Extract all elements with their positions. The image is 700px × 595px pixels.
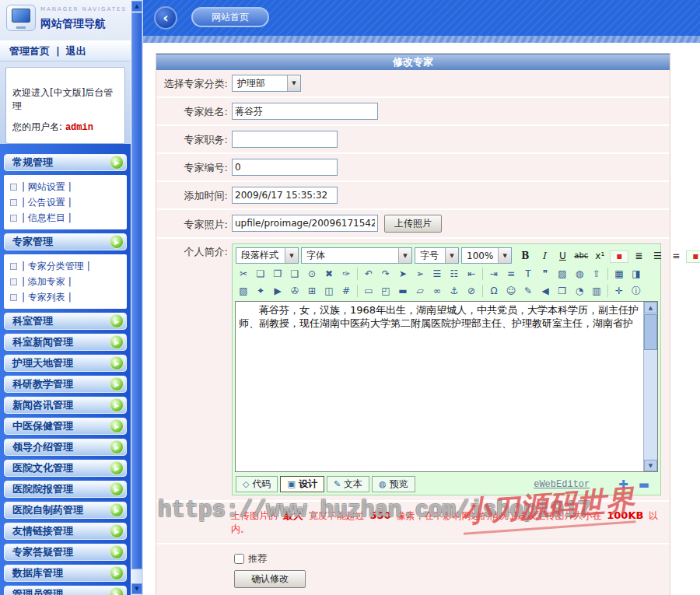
- snapshot-icon[interactable]: ◨: [628, 267, 644, 281]
- scrollbar-thumb[interactable]: [644, 314, 657, 350]
- highlight-color-button[interactable]: ▪: [686, 250, 700, 263]
- unlink-icon[interactable]: ⊘: [464, 284, 479, 298]
- sidebar-group[interactable]: 医院自制药管理▶: [4, 502, 127, 519]
- expert-category-select[interactable]: 护理部 ▼: [232, 75, 301, 92]
- italic-button[interactable]: I: [535, 249, 552, 263]
- expert-position-input[interactable]: [232, 131, 338, 148]
- sidebar-group[interactable]: 医院院报管理▶: [4, 481, 127, 498]
- link-icon[interactable]: ∞: [429, 284, 445, 298]
- redo-icon[interactable]: ↷: [378, 267, 394, 281]
- sidebar-group[interactable]: 数据库管理▶: [4, 565, 127, 582]
- scroll-up-icon[interactable]: ▲: [131, 1, 142, 12]
- superscript-button[interactable]: x¹: [591, 249, 608, 263]
- submit-button[interactable]: 确认修改: [234, 570, 306, 588]
- sidebar-item[interactable]: | 公告设置 |: [10, 194, 127, 210]
- sidebar-item[interactable]: | 专家列表 |: [10, 289, 127, 305]
- paste-text-icon[interactable]: ❑: [287, 267, 303, 281]
- clipart-icon[interactable]: ❒: [555, 284, 570, 298]
- media-icon[interactable]: ▶: [270, 284, 285, 298]
- anchor-icon[interactable]: ⚓: [446, 284, 462, 298]
- select-icon[interactable]: ➤: [395, 267, 411, 281]
- globe-icon[interactable]: ◍: [572, 267, 587, 281]
- layer-icon[interactable]: ◰: [378, 284, 394, 298]
- sidebar-group[interactable]: 新闻咨讯管理▶: [4, 397, 127, 414]
- sidebar-group[interactable]: 中医保健管理▶: [4, 418, 127, 435]
- edit-table-icon[interactable]: ◫: [321, 284, 337, 298]
- special-char-icon[interactable]: Ω: [486, 284, 502, 298]
- sidebar-group[interactable]: 护理天地管理▶: [4, 355, 127, 372]
- intro-text[interactable]: 蒋谷芬，女，汉族，1968年出生，湖南望城人，中共党员，大学本科学历，副主任护师…: [236, 302, 657, 331]
- admin-home-link[interactable]: 管理首页: [9, 45, 50, 57]
- scroll-down-icon[interactable]: ▼: [644, 460, 657, 471]
- sidebar-group[interactable]: 科室新闻管理▶: [4, 334, 127, 351]
- sidebar-group[interactable]: 医院文化管理▶: [4, 460, 127, 477]
- font-select[interactable]: 字体▼: [301, 247, 412, 264]
- tab-preview[interactable]: ◍预览: [372, 476, 415, 492]
- sidebar-group[interactable]: 专家管理▶: [4, 233, 127, 250]
- cut-icon[interactable]: ✂: [236, 267, 251, 281]
- sidebar-item[interactable]: | 信息栏目 |: [10, 210, 127, 226]
- background-icon[interactable]: ▨: [555, 267, 570, 281]
- add-time-input[interactable]: [232, 187, 338, 204]
- bold-button[interactable]: B: [516, 249, 534, 263]
- editor-content-area[interactable]: 蒋谷芬，女，汉族，1968年出生，湖南望城人，中共党员，大学本科学历，副主任护师…: [235, 301, 658, 472]
- sidebar-group[interactable]: 管理员管理▶: [4, 586, 127, 595]
- fullscreen-icon[interactable]: ✛: [611, 284, 627, 298]
- plus-icon[interactable]: ✚: [618, 478, 628, 492]
- sidebar-group[interactable]: 领导介绍管理▶: [4, 439, 127, 456]
- scroll-up-icon[interactable]: ▲: [644, 302, 657, 313]
- recommend-checkbox[interactable]: [234, 554, 244, 564]
- delete-icon[interactable]: ✖: [321, 267, 337, 281]
- flag-icon[interactable]: ◀: [537, 284, 553, 298]
- minus-icon[interactable]: ▬: [639, 478, 649, 492]
- art-text-icon[interactable]: ✎: [520, 284, 536, 298]
- sidebar-item[interactable]: | 添加专家 |: [10, 274, 127, 289]
- editor-scrollbar[interactable]: ▲ ▼: [643, 302, 657, 471]
- sidebar-group[interactable]: 常规管理▶: [4, 154, 127, 171]
- align-center-button[interactable]: ☰: [649, 249, 666, 263]
- tab-design[interactable]: ▣设计: [280, 476, 324, 492]
- strikethrough-button[interactable]: abc: [572, 249, 590, 263]
- tab-code[interactable]: ◇代码: [236, 476, 278, 492]
- grid-icon[interactable]: #: [338, 284, 354, 298]
- frame-icon[interactable]: ▭: [361, 284, 376, 298]
- expert-number-input[interactable]: [232, 159, 338, 176]
- sidebar-group[interactable]: 科室管理▶: [4, 313, 127, 330]
- format-painter-icon[interactable]: ✑: [338, 267, 354, 281]
- expert-name-input[interactable]: [232, 103, 378, 120]
- hr-icon[interactable]: ▬: [395, 284, 411, 298]
- undo-icon[interactable]: ↶: [361, 267, 376, 281]
- back-button[interactable]: ‹: [154, 6, 177, 30]
- date-time-icon[interactable]: ◔: [572, 284, 587, 298]
- paste-icon[interactable]: ❐: [270, 267, 285, 281]
- align-left-button[interactable]: ≣: [630, 249, 647, 263]
- unordered-list-icon[interactable]: ☷: [446, 267, 462, 281]
- flash-icon[interactable]: ✦: [253, 284, 268, 298]
- text-style-icon[interactable]: T: [520, 267, 536, 281]
- site-home-button[interactable]: 网站首页: [191, 7, 269, 27]
- scroll-down-icon[interactable]: ▼: [131, 583, 142, 594]
- upload-icon[interactable]: ⇧: [589, 267, 604, 281]
- find-icon[interactable]: ⊙: [304, 267, 320, 281]
- upload-photo-button[interactable]: 上传照片: [384, 215, 442, 233]
- sidebar-item[interactable]: | 专家分类管理 |: [10, 258, 127, 274]
- emoticon-icon[interactable]: ☺: [503, 284, 519, 298]
- indent-icon[interactable]: ⇥: [486, 267, 502, 281]
- underline-button[interactable]: U: [554, 249, 571, 263]
- scrollbar-thumb[interactable]: [131, 12, 142, 569]
- sidebar-group[interactable]: 专家答疑管理▶: [4, 544, 127, 561]
- image-icon[interactable]: ▧: [236, 284, 251, 298]
- paragraph-style-select[interactable]: 段落样式▼: [236, 247, 299, 264]
- ewebeditor-link[interactable]: eWebEditor: [534, 479, 590, 490]
- sidebar-group[interactable]: 友情链接管理▶: [4, 523, 127, 540]
- logout-link[interactable]: 退出: [66, 45, 86, 57]
- attachment-icon[interactable]: ✇: [287, 284, 303, 298]
- outdent-icon[interactable]: ⇤: [464, 267, 479, 281]
- font-color-button[interactable]: ▪: [610, 250, 628, 263]
- paste-doc-icon[interactable]: ▥: [589, 284, 604, 298]
- ordered-list-icon[interactable]: ☰: [429, 267, 445, 281]
- select-all-icon[interactable]: ➢: [412, 267, 428, 281]
- word-import-icon[interactable]: ▦: [611, 267, 627, 281]
- photo-path-input[interactable]: [232, 215, 378, 232]
- sidebar-item[interactable]: | 网站设置 |: [10, 179, 127, 194]
